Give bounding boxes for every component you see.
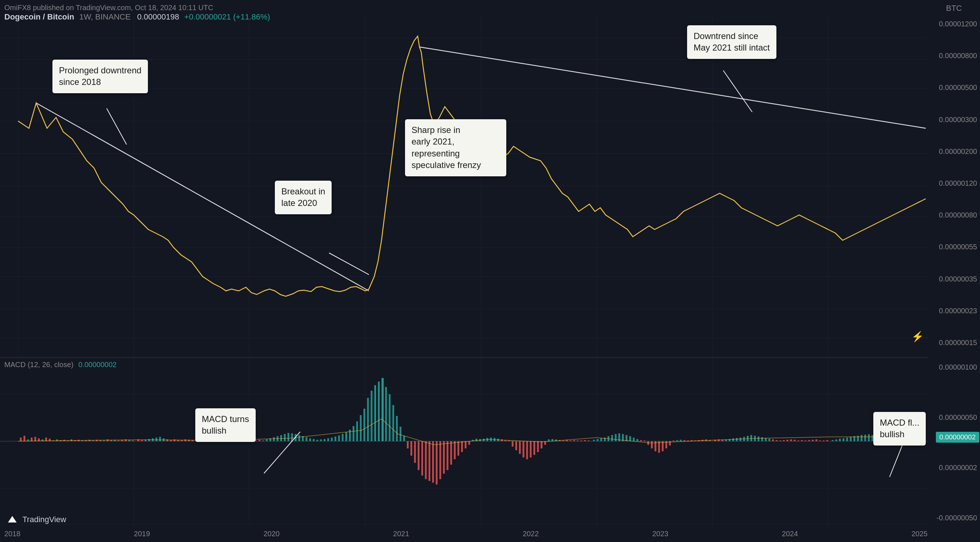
x-label-2018: 2018 (4, 530, 21, 538)
svg-rect-146 (428, 441, 430, 481)
svg-rect-169 (512, 441, 514, 447)
svg-rect-110 (298, 435, 300, 441)
callout-breakout: Breakout in late 2020 (275, 181, 332, 214)
svg-rect-244 (786, 440, 788, 441)
y-label-11: 0.00000015 (928, 339, 977, 347)
y-label-10: 0.00000023 (928, 307, 977, 315)
svg-rect-108 (291, 433, 293, 441)
svg-rect-261 (850, 437, 852, 441)
svg-rect-242 (779, 441, 781, 441)
svg-rect-230 (736, 438, 738, 441)
svg-rect-141 (410, 441, 412, 456)
x-label-2024: 2024 (782, 530, 798, 538)
x-label-2021: 2021 (393, 530, 409, 538)
svg-rect-101 (266, 439, 267, 441)
panel-divider (0, 357, 928, 357)
currency-label: BTC (946, 4, 962, 13)
lightning-icon[interactable]: ⚡ (911, 331, 924, 342)
svg-rect-131 (374, 385, 376, 441)
svg-line-21 (420, 47, 926, 128)
svg-rect-249 (805, 441, 807, 441)
svg-rect-125 (353, 426, 355, 441)
svg-rect-175 (533, 441, 535, 455)
svg-rect-145 (425, 441, 427, 479)
svg-rect-260 (846, 437, 848, 441)
svg-rect-147 (432, 441, 434, 483)
svg-rect-69 (148, 439, 150, 441)
macd-y-label-4: -0.00000050 (928, 514, 977, 522)
svg-rect-237 (761, 437, 763, 441)
y-label-9: 0.00000035 (928, 275, 977, 283)
symbol-name: Dogecoin / Bitcoin (4, 12, 74, 21)
svg-rect-205 (644, 441, 646, 441)
callout-macd-flipping: MACD fl... bullish (873, 412, 926, 445)
svg-rect-149 (439, 441, 441, 479)
svg-rect-100 (262, 441, 264, 441)
callout-prolonged-downtrend: Prolonged downtrend since 2018 (52, 60, 148, 93)
y-label-6: 0.00000120 (928, 179, 977, 187)
price-change: +0.00000021 (+11.86%) (185, 12, 270, 21)
svg-rect-203 (636, 439, 638, 441)
svg-rect-231 (740, 437, 741, 441)
svg-rect-133 (382, 378, 384, 441)
y-label-3: 0.00000500 (928, 84, 977, 92)
macd-y-label-1: 0.00000100 (928, 363, 977, 371)
svg-rect-188 (581, 441, 582, 441)
svg-rect-240 (772, 439, 774, 441)
svg-rect-136 (392, 405, 394, 441)
svg-rect-118 (327, 438, 329, 441)
x-label-2020: 2020 (264, 530, 280, 538)
svg-rect-191 (593, 440, 595, 441)
svg-rect-251 (812, 440, 814, 441)
svg-rect-207 (651, 441, 653, 448)
svg-rect-186 (573, 440, 575, 441)
svg-rect-213 (673, 441, 675, 441)
svg-rect-63 (125, 439, 127, 441)
svg-rect-190 (588, 441, 589, 441)
current-price: 0.00000198 (137, 12, 179, 21)
svg-rect-252 (815, 439, 817, 441)
svg-rect-197 (615, 434, 617, 441)
svg-rect-135 (389, 394, 391, 441)
svg-rect-74 (166, 439, 168, 441)
svg-rect-134 (385, 387, 387, 441)
svg-rect-187 (577, 441, 579, 441)
svg-rect-115 (317, 440, 318, 441)
svg-rect-151 (447, 441, 449, 470)
svg-rect-234 (750, 435, 752, 441)
svg-rect-130 (371, 391, 372, 441)
chart-header: OmiFX8 published on TradingView.com, Oct… (4, 3, 270, 22)
svg-rect-143 (418, 441, 420, 470)
callout-macd-bullish: MACD turns bullish (195, 408, 256, 442)
svg-rect-216 (684, 440, 685, 441)
svg-rect-154 (457, 441, 459, 456)
svg-rect-179 (548, 439, 550, 441)
svg-rect-72 (159, 437, 161, 441)
tradingview-logo: TradingView (5, 512, 66, 527)
svg-rect-157 (468, 441, 470, 445)
svg-rect-114 (313, 439, 315, 441)
callout-downtrend-2021: Downtrend since May 2021 still intact (687, 25, 776, 59)
svg-rect-215 (680, 440, 682, 441)
macd-y-label-2: 0.00000050 (928, 414, 977, 422)
macd-panel-label: MACD (12, 26, close) 0.00000002 (4, 361, 116, 369)
svg-rect-34 (20, 437, 22, 441)
svg-rect-266 (868, 434, 870, 441)
svg-rect-257 (835, 439, 837, 441)
svg-rect-152 (450, 441, 452, 465)
svg-rect-38 (34, 437, 36, 441)
x-axis: 2018 2019 2020 2021 2022 2023 2024 2025 (4, 528, 928, 539)
svg-rect-247 (797, 441, 799, 441)
svg-rect-150 (443, 441, 445, 474)
svg-rect-172 (523, 441, 524, 458)
svg-rect-103 (273, 437, 275, 441)
svg-rect-138 (399, 427, 401, 441)
svg-rect-209 (658, 441, 660, 453)
svg-rect-117 (324, 439, 325, 441)
x-label-2023: 2023 (652, 530, 669, 538)
svg-rect-132 (378, 382, 380, 441)
svg-rect-239 (768, 439, 770, 441)
callout-sharp-rise: Sharp rise in early 2021, representing s… (405, 119, 506, 176)
svg-rect-128 (363, 409, 365, 441)
svg-rect-105 (280, 435, 282, 441)
